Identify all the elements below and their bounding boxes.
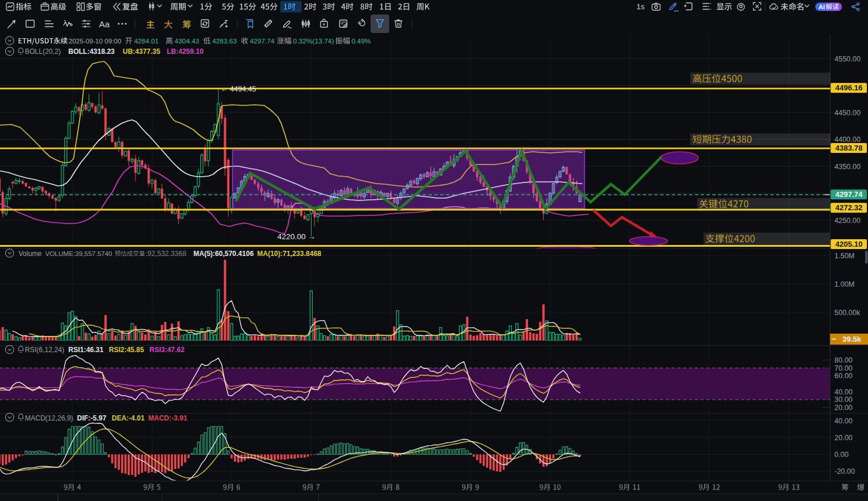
svg-text:80.00: 80.00	[834, 356, 852, 364]
svg-text:4220.00 →: 4220.00 →	[277, 232, 316, 241]
svg-text:RSI3:47.62: RSI3:47.62	[149, 346, 185, 354]
svg-text:Aa: Aa	[99, 19, 110, 29]
svg-text:AI: AI	[819, 3, 825, 10]
svg-text:30.00: 30.00	[834, 396, 852, 404]
svg-text:40.00: 40.00	[834, 388, 852, 396]
svg-text:4250.00: 4250.00	[834, 217, 860, 225]
svg-text:RSI2:45.85: RSI2:45.85	[109, 346, 144, 354]
svg-text:20.00: 20.00	[834, 404, 852, 412]
svg-text::92,532.3368: :92,532.3368	[146, 250, 186, 258]
svg-text:4205.10: 4205.10	[836, 240, 863, 248]
svg-text:LB:4259.10: LB:4259.10	[167, 47, 204, 56]
svg-text:39.5k: 39.5k	[843, 335, 862, 343]
svg-text:4450.00: 4450.00	[834, 109, 860, 117]
svg-text:MACD:-3.91: MACD:-3.91	[148, 414, 188, 422]
svg-text:MACD(12,26,9): MACD(12,26,9)	[25, 414, 73, 422]
svg-text:60.00: 60.00	[834, 372, 852, 380]
svg-text:← 4494.45: ← 4494.45	[221, 85, 256, 93]
svg-text:DIF:-5.97: DIF:-5.97	[77, 414, 107, 422]
svg-text:4550.00: 4550.00	[834, 55, 860, 63]
svg-text:70.00: 70.00	[834, 364, 852, 372]
svg-text:BOLL(20,2): BOLL(20,2)	[25, 47, 61, 56]
svg-text:BOLL:4318.23: BOLL:4318.23	[68, 47, 115, 56]
svg-text:0.00: 0.00	[834, 451, 848, 459]
svg-text:4496.16: 4496.16	[836, 83, 863, 92]
svg-text:4283.63: 4283.63	[213, 37, 237, 45]
svg-text:4350.00: 4350.00	[834, 163, 860, 171]
svg-text:2025-09-10 09:00: 2025-09-10 09:00	[69, 38, 122, 45]
svg-text:4297.74: 4297.74	[250, 37, 275, 45]
svg-text:4297.74: 4297.74	[836, 190, 863, 199]
svg-text:UB:4377.35: UB:4377.35	[123, 47, 160, 56]
svg-text:0.32%(13.74): 0.32%(13.74)	[293, 37, 334, 45]
svg-text:4400.00: 4400.00	[834, 136, 860, 144]
svg-text:20.00: 20.00	[834, 434, 852, 442]
svg-text:Volume: Volume	[19, 250, 42, 258]
svg-text:500.00k: 500.00k	[834, 309, 860, 317]
svg-text:DEA:-4.01: DEA:-4.01	[112, 414, 145, 422]
svg-text:4383.78: 4383.78	[836, 144, 863, 152]
svg-text:RSI1:46.31: RSI1:46.31	[68, 346, 104, 354]
svg-text:MA(10):71,233.8468: MA(10):71,233.8468	[257, 250, 321, 258]
svg-text:1.00M: 1.00M	[834, 280, 855, 288]
svg-text:VOLUME:39,557.5740: VOLUME:39,557.5740	[45, 250, 112, 257]
svg-text:0.49%: 0.49%	[351, 37, 371, 45]
svg-text:4284.01: 4284.01	[134, 37, 159, 45]
svg-text:MA(5):60,570.4106: MA(5):60,570.4106	[193, 250, 254, 258]
svg-text:40.00: 40.00	[834, 417, 852, 425]
svg-text:-20.00: -20.00	[834, 467, 855, 476]
svg-text:4304.43: 4304.43	[175, 37, 200, 45]
svg-text:4272.32: 4272.32	[836, 203, 863, 212]
svg-text:1.50M: 1.50M	[834, 252, 855, 260]
svg-text:RSI(6,12,24): RSI(6,12,24)	[25, 346, 64, 354]
svg-text:1s: 1s	[636, 2, 645, 11]
